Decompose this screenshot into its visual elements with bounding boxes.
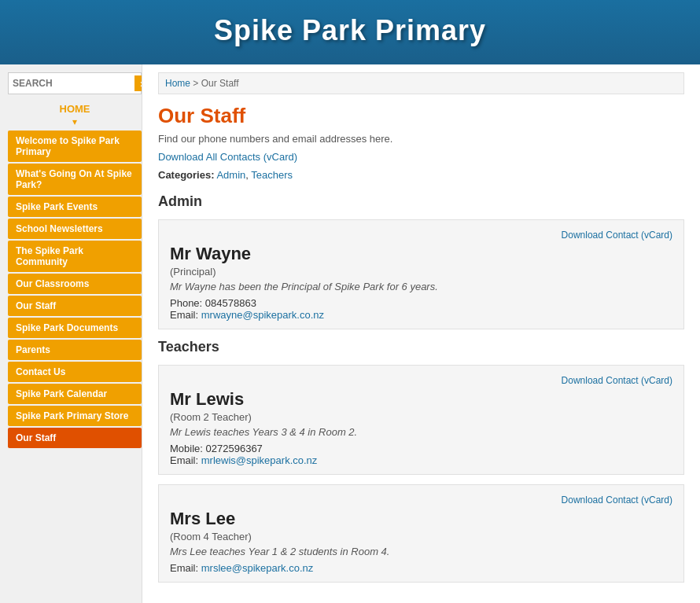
contact-name-lewis: Mr Lewis	[170, 389, 672, 410]
download-vcard-lee[interactable]: Download Contact (vCard)	[562, 495, 672, 506]
contact-details-wayne: Phone: 084578863 Email: mrwayne@spikepar…	[170, 297, 672, 321]
download-all-link[interactable]: Download All Contacts (vCard)	[158, 151, 684, 163]
contact-role-wayne: (Principal)	[170, 266, 672, 278]
contact-name-lee: Mrs Lee	[170, 509, 672, 529]
home-nav: HOME	[8, 102, 142, 115]
contact-role-lewis: (Room 2 Teacher)	[170, 411, 672, 423]
breadcrumb-separator: > Our Staff	[193, 78, 238, 89]
contact-card-mr-wayne: Download Contact (vCard) Mr Wayne (Princ…	[158, 219, 684, 329]
breadcrumb-home[interactable]: Home	[165, 78, 190, 89]
nav-store[interactable]: Spike Park Primary Store	[8, 406, 142, 426]
contact-details-lee: Email: mrslee@spikepark.co.nz	[170, 562, 672, 574]
card-header-wayne: Download Contact (vCard)	[170, 228, 672, 241]
contact-details-lewis: Mobile: 0272596367 Email: mrlewis@spikep…	[170, 443, 672, 466]
category-teachers[interactable]: Teachers	[251, 169, 293, 181]
site-title: Spike Park Primary	[0, 14, 700, 47]
site-header: Spike Park Primary	[0, 0, 700, 64]
card-header-lewis: Download Contact (vCard)	[170, 373, 672, 386]
nav-calendar[interactable]: Spike Park Calendar	[8, 384, 142, 404]
admin-section: Admin Download Contact (vCard) Mr Wayne …	[158, 193, 684, 329]
download-vcard-lewis[interactable]: Download Contact (vCard)	[562, 375, 672, 386]
breadcrumb: Home > Our Staff	[158, 72, 684, 94]
contact-role-lee: (Room 4 Teacher)	[170, 531, 672, 542]
phone-value-wayne: 084578863	[205, 297, 256, 309]
main-content: Home > Our Staff Our Staff Find our phon…	[142, 64, 700, 603]
contact-bio-wayne: Mr Wayne has been the Principal of Spike…	[170, 281, 672, 292]
category-admin[interactable]: Admin	[216, 169, 245, 181]
teachers-heading: Teachers	[158, 339, 684, 357]
nav-documents[interactable]: Spike Park Documents	[8, 318, 142, 338]
contact-card-mrs-lee: Download Contact (vCard) Mrs Lee (Room 4…	[158, 484, 684, 583]
home-link[interactable]: HOME	[60, 103, 90, 115]
email-link-lewis[interactable]: mrlewis@spikepark.co.nz	[201, 454, 318, 466]
nav-classrooms[interactable]: Our Classrooms	[8, 274, 142, 294]
nav-our-staff[interactable]: Our Staff	[8, 296, 142, 316]
categories-label: Categories:	[158, 169, 215, 181]
page-subtitle: Find our phone numbers and email address…	[158, 133, 684, 145]
page-title: Our Staff	[158, 104, 684, 128]
search-bar: ›	[8, 72, 142, 94]
email-link-lee[interactable]: mrslee@spikepark.co.nz	[201, 562, 314, 574]
nav-contact[interactable]: Contact Us	[8, 362, 142, 382]
email-label-wayne: Email:	[170, 309, 198, 321]
contact-bio-lee: Mrs Lee teaches Year 1 & 2 students in R…	[170, 546, 672, 557]
email-label-lee: Email:	[170, 562, 198, 574]
nav-newsletters[interactable]: School Newsletters	[8, 219, 142, 239]
nav-events[interactable]: Spike Park Events	[8, 197, 142, 217]
mobile-label-lewis: Mobile:	[170, 443, 203, 454]
home-arrow: ▾	[8, 116, 142, 127]
admin-heading: Admin	[158, 193, 684, 211]
nav-whats-going-on[interactable]: What's Going On At Spike Park?	[8, 164, 142, 195]
nav-community[interactable]: The Spike Park Community	[8, 241, 142, 272]
card-header-lee: Download Contact (vCard)	[170, 493, 672, 506]
search-input[interactable]	[13, 78, 134, 89]
teachers-section: Teachers Download Contact (vCard) Mr Lew…	[158, 339, 684, 583]
email-label-lewis: Email:	[170, 454, 198, 466]
phone-label-wayne: Phone:	[170, 297, 202, 309]
nav-parents[interactable]: Parents	[8, 340, 142, 360]
nav-welcome[interactable]: Welcome to Spike Park Primary	[8, 131, 142, 162]
contact-card-mr-lewis: Download Contact (vCard) Mr Lewis (Room …	[158, 365, 684, 475]
sidebar: › HOME ▾ Welcome to Spike Park Primary W…	[0, 64, 142, 603]
mobile-value-lewis: 0272596367	[206, 443, 263, 454]
categories: Categories: Admin, Teachers	[158, 169, 684, 181]
nav-our-staff-active[interactable]: Our Staff	[8, 428, 142, 448]
download-vcard-wayne[interactable]: Download Contact (vCard)	[562, 230, 672, 241]
email-link-wayne[interactable]: mrwayne@spikepark.co.nz	[201, 309, 324, 321]
contact-bio-lewis: Mr Lewis teaches Years 3 & 4 in Room 2.	[170, 426, 672, 438]
body-wrapper: › HOME ▾ Welcome to Spike Park Primary W…	[0, 64, 700, 603]
nav-menu: Welcome to Spike Park Primary What's Goi…	[8, 131, 142, 448]
contact-name-wayne: Mr Wayne	[170, 244, 672, 264]
